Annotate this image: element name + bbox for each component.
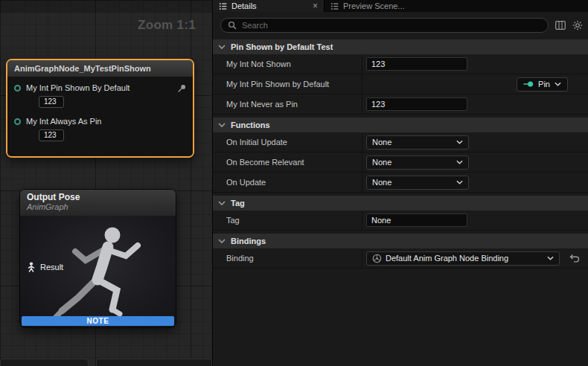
property-label: On Update (213, 173, 362, 192)
node-animgraphnode-mytestpinshown[interactable]: AnimGraphNode_MyTestPinShown My Int Pin … (6, 59, 194, 158)
tab-details[interactable]: Details × (213, 0, 325, 12)
search-icon (228, 21, 237, 30)
property-label: My Int Never as Pin (213, 94, 362, 114)
int-pin-icon[interactable] (14, 85, 21, 92)
gear-icon[interactable] (572, 20, 583, 30)
binding-icon (372, 254, 382, 263)
category-tag[interactable]: Tag (213, 196, 588, 211)
pin-value-box[interactable]: 123 (39, 129, 64, 141)
property-row-on-update: On Update None (213, 173, 588, 193)
dropdown-value: Default Anim Graph Node Binding (386, 254, 508, 263)
property-label: On Become Relevant (213, 152, 362, 172)
note-badge[interactable]: NOTE (22, 316, 174, 326)
chevron-down-icon (547, 256, 554, 260)
search-box[interactable] (220, 18, 549, 33)
chevron-down-icon (456, 140, 463, 144)
category-title: Bindings (231, 237, 266, 245)
chevron-down-icon (218, 201, 226, 205)
property-label: Binding (213, 248, 362, 268)
property-row-my-int-not-shown: My Int Not Shown (213, 54, 588, 74)
my-int-not-shown-input[interactable] (366, 57, 467, 71)
pin-label: My Int Always As Pin (26, 117, 101, 126)
category-title: Functions (231, 121, 270, 129)
dropdown-value: None (372, 158, 392, 167)
mannequin-figure (39, 217, 157, 327)
chevron-down-icon (218, 123, 226, 127)
reset-binding-icon[interactable] (569, 254, 581, 263)
category-title: Tag (231, 199, 245, 208)
pin-row: My Int Pin Shown By Default (12, 82, 187, 94)
category-functions[interactable]: Functions (213, 118, 588, 132)
my-int-never-as-pin-input[interactable] (366, 97, 467, 111)
dropdown-value: None (372, 178, 392, 187)
result-pin-label: Result (40, 263, 63, 272)
on-update-dropdown[interactable]: None (366, 176, 469, 190)
property-label: Tag (213, 211, 362, 230)
property-row-my-int-pin-shown-by-default: My Int Pin Shown by Default Pin (213, 74, 588, 94)
property-row-on-become-relevant: On Become Relevant None (213, 152, 588, 173)
offscreen-node-stub (0, 359, 89, 366)
pin-dropdown-label: Pin (538, 80, 550, 89)
chevron-down-icon (456, 160, 463, 164)
property-row-my-int-never-as-pin: My Int Never as Pin (213, 94, 588, 115)
property-label: My Int Pin Shown by Default (213, 74, 362, 94)
tab-bar: Details × Preview Scene... (213, 0, 588, 12)
node-title: AnimGraphNode_MyTestPinShown (14, 64, 151, 73)
tag-input[interactable] (366, 214, 467, 227)
pin-toggle-icon[interactable] (177, 83, 187, 93)
node-output-pose[interactable]: Output Pose AnimGraph (19, 189, 176, 328)
property-label: My Int Not Shown (213, 54, 362, 74)
preview-tab-icon (330, 2, 339, 10)
details-toolbar (213, 12, 588, 39)
pin-visibility-dropdown[interactable]: Pin (517, 77, 568, 92)
chevron-down-icon (555, 82, 561, 86)
node-title-bar[interactable]: AnimGraphNode_MyTestPinShown (7, 60, 193, 77)
node-title-bar[interactable]: Output Pose AnimGraph (20, 190, 176, 216)
pin-row: My Int Always As Pin (12, 115, 187, 127)
dropdown-value: None (372, 138, 392, 147)
graph-top-shade (0, 0, 212, 13)
property-label: On Initial Update (213, 132, 362, 152)
chevron-down-icon (456, 180, 463, 184)
tab-label: Preview Scene... (343, 1, 405, 10)
pose-pin-icon[interactable] (27, 262, 36, 272)
on-become-relevant-dropdown[interactable]: None (366, 155, 469, 170)
node-preview-body: Result NOTE (20, 216, 176, 327)
zoom-indicator: Zoom 1:1 (138, 18, 196, 33)
unreal-editor-window: Zoom 1:1 AnimGraphNode_MyTestPinShown My… (0, 0, 588, 366)
anim-graph-canvas[interactable]: Zoom 1:1 AnimGraphNode_MyTestPinShown My… (0, 0, 212, 366)
property-row-binding: Binding Default Anim Graph Node Binding (213, 248, 588, 269)
search-input[interactable] (242, 21, 541, 30)
column-view-icon[interactable] (555, 21, 566, 30)
details-tab-icon (219, 2, 227, 10)
chevron-down-icon (218, 239, 226, 243)
category-pin-shown-by-default-test[interactable]: Pin Shown by Default Test (213, 39, 588, 54)
pin-icon (523, 80, 534, 89)
offscreen-node-stub (96, 359, 212, 366)
pin-label: My Int Pin Shown By Default (26, 83, 130, 92)
tab-preview-scene[interactable]: Preview Scene... (325, 0, 411, 12)
chevron-down-icon (218, 45, 226, 49)
binding-dropdown[interactable]: Default Anim Graph Node Binding (366, 251, 560, 266)
property-row-tag: Tag (213, 211, 588, 231)
property-row-on-initial-update: On Initial Update None (213, 132, 588, 152)
on-initial-update-dropdown[interactable]: None (366, 135, 469, 150)
details-panel: Details × Preview Scene... (212, 0, 588, 366)
result-pin-row: Result (27, 262, 63, 272)
category-title: Pin Shown by Default Test (231, 42, 333, 51)
int-pin-icon[interactable] (14, 118, 21, 125)
node-title: Output Pose (27, 192, 169, 202)
category-bindings[interactable]: Bindings (213, 234, 588, 248)
close-icon[interactable]: × (313, 1, 318, 10)
node-subtitle: AnimGraph (27, 202, 169, 211)
tab-label: Details (231, 1, 257, 10)
pin-value-box[interactable]: 123 (39, 96, 64, 108)
node-body: My Int Pin Shown By Default 123 My Int A… (7, 77, 193, 156)
